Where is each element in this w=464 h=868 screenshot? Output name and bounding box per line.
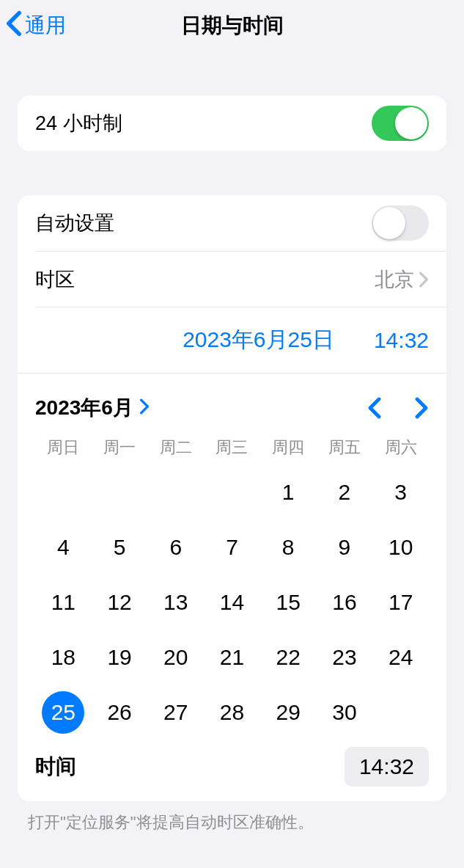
weekday-label: 周日	[35, 437, 92, 459]
calendar-day-number: 10	[380, 526, 422, 569]
back-label: 通用	[25, 12, 66, 40]
calendar-day-empty	[147, 464, 204, 519]
value-timezone: 北京	[375, 266, 414, 293]
calendar-day-number: 22	[267, 636, 309, 679]
calendar-day-number: 11	[42, 581, 84, 624]
calendar-day-number: 7	[210, 526, 253, 569]
calendar-day-number: 19	[98, 636, 141, 679]
calendar-day[interactable]: 21	[204, 630, 260, 685]
label-autoset: 自动设置	[35, 210, 372, 236]
calendar-day[interactable]: 5	[92, 519, 148, 575]
calendar-day[interactable]: 18	[35, 630, 92, 685]
calendar-day-number: 25	[42, 691, 84, 734]
calendar-day[interactable]: 23	[317, 630, 373, 685]
weekday-label: 周五	[317, 437, 373, 459]
calendar-day[interactable]: 12	[92, 575, 148, 630]
calendar-day-empty	[204, 464, 260, 519]
calendar-day-number: 8	[267, 526, 309, 569]
chevron-left-icon	[367, 397, 382, 419]
calendar-day[interactable]: 7	[204, 519, 260, 575]
calendar-day[interactable]: 28	[204, 685, 260, 740]
footer-note: 打开"定位服务"将提高自动时区准确性。	[28, 812, 436, 834]
date-picker-button[interactable]: 2023年6月25日	[183, 325, 334, 355]
calendar-day-number: 6	[155, 526, 197, 569]
calendar-day-number: 16	[323, 581, 366, 624]
calendar-day-number: 13	[155, 581, 197, 624]
label-time: 时间	[35, 753, 76, 781]
calendar-next-button[interactable]	[414, 397, 429, 419]
switch-24hour[interactable]	[372, 106, 429, 141]
calendar-day-number: 23	[323, 636, 366, 679]
calendar: 2023年6月 周日周一周二周三周四周五周六 1234567	[18, 373, 446, 801]
calendar-day[interactable]: 17	[372, 575, 429, 630]
calendar-day[interactable]: 29	[260, 685, 317, 740]
row-autoset: 自动设置	[18, 195, 446, 251]
calendar-day[interactable]: 20	[147, 630, 204, 685]
calendar-prev-button[interactable]	[367, 397, 382, 419]
chevron-right-icon	[139, 396, 150, 420]
label-timezone: 时区	[35, 266, 375, 293]
calendar-day-number: 5	[98, 526, 141, 569]
calendar-day[interactable]: 19	[92, 630, 148, 685]
calendar-day[interactable]: 4	[35, 519, 92, 575]
calendar-day[interactable]: 13	[147, 575, 204, 630]
calendar-day-number: 12	[98, 581, 141, 624]
calendar-day-number: 24	[380, 636, 422, 679]
time-picker-button[interactable]: 14:32	[374, 328, 429, 353]
calendar-day-number: 17	[380, 581, 422, 624]
calendar-day[interactable]: 26	[92, 685, 148, 740]
calendar-day-number: 30	[323, 691, 366, 734]
calendar-day-number: 2	[323, 471, 366, 514]
calendar-day[interactable]: 16	[317, 575, 373, 630]
weekday-label: 周一	[92, 437, 148, 459]
row-datetime-summary: 2023年6月25日 14:32	[35, 307, 446, 373]
weekday-label: 周六	[372, 437, 429, 459]
calendar-month-button[interactable]: 2023年6月	[35, 394, 150, 422]
calendar-day[interactable]: 24	[372, 630, 429, 685]
group-24hour: 24 小时制	[18, 95, 446, 151]
calendar-day[interactable]: 27	[147, 685, 204, 740]
calendar-days: 1234567891011121314151617181920212223242…	[35, 464, 429, 740]
row-time: 时间 14:32	[35, 740, 429, 787]
calendar-day[interactable]: 8	[260, 519, 317, 575]
calendar-day-number: 18	[42, 636, 84, 679]
calendar-day-number: 15	[267, 581, 309, 624]
calendar-day-empty	[35, 464, 92, 519]
weekday-label: 周三	[204, 437, 260, 459]
calendar-day[interactable]: 30	[317, 685, 373, 740]
calendar-day[interactable]: 10	[372, 519, 429, 575]
chevron-right-icon	[414, 397, 429, 419]
weekday-label: 周四	[260, 437, 317, 459]
calendar-weekdays: 周日周一周二周三周四周五周六	[35, 437, 429, 459]
calendar-day[interactable]: 14	[204, 575, 260, 630]
back-button[interactable]: 通用	[6, 10, 66, 42]
calendar-day[interactable]: 9	[317, 519, 373, 575]
calendar-day[interactable]: 22	[260, 630, 317, 685]
calendar-day-number: 14	[210, 581, 253, 624]
switch-knob	[373, 207, 405, 239]
chevron-right-icon	[419, 271, 429, 288]
calendar-day-number: 1	[267, 471, 309, 514]
calendar-day[interactable]: 15	[260, 575, 317, 630]
calendar-day-number: 27	[155, 691, 197, 734]
time-value-button[interactable]: 14:32	[345, 747, 429, 787]
group-datetime: 自动设置 时区 北京 2023年6月25日 14:32 2023年6月	[18, 195, 446, 801]
label-24hour: 24 小时制	[35, 110, 372, 136]
calendar-day[interactable]: 6	[147, 519, 204, 575]
row-timezone[interactable]: 时区 北京	[35, 251, 446, 307]
calendar-month-label: 2023年6月	[35, 394, 133, 422]
calendar-day[interactable]: 3	[372, 464, 429, 519]
calendar-day-number: 4	[42, 526, 84, 569]
calendar-day-number: 28	[210, 691, 253, 734]
calendar-day[interactable]: 11	[35, 575, 92, 630]
calendar-day[interactable]: 1	[260, 464, 317, 519]
calendar-day-number: 20	[155, 636, 197, 679]
calendar-day[interactable]: 2	[317, 464, 373, 519]
calendar-day-number: 29	[267, 691, 309, 734]
calendar-day-number: 9	[323, 526, 366, 569]
calendar-day-number: 21	[210, 636, 253, 679]
switch-autoset[interactable]	[372, 205, 429, 241]
chevron-left-icon	[6, 10, 22, 42]
weekday-label: 周二	[147, 437, 204, 459]
calendar-day[interactable]: 25	[35, 685, 92, 740]
